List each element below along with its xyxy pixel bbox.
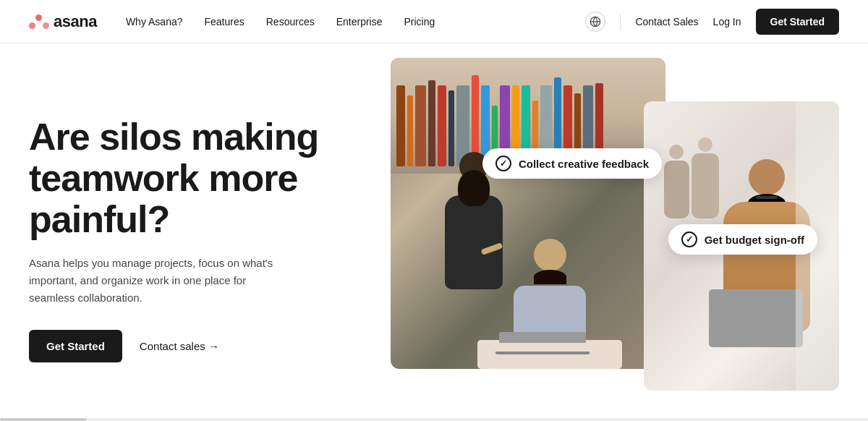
badge-budget-signoff-text: Get budget sign-off [705,234,804,246]
logo-icon [29,14,49,29]
badge-check-icon-1 [495,156,511,171]
main-nav: Why Asana? Features Resources Enterprise… [126,16,586,27]
hero-headline: Are silos making teamwork more painful? [29,116,376,241]
nav-why-asana[interactable]: Why Asana? [126,16,183,27]
hero-right: Collect creative feedback Get budget sig… [376,43,839,421]
nav-enterprise[interactable]: Enterprise [336,16,383,27]
header-divider [620,13,621,30]
hero-image-main [391,58,665,369]
hero-get-started-button[interactable]: Get Started [29,330,122,362]
badge-check-icon-2 [681,231,697,247]
get-started-header-button[interactable]: Get Started [756,9,839,35]
badge-collect-feedback-text: Collect creative feedback [519,158,649,170]
logo-text: asana [54,12,97,31]
logo[interactable]: asana [29,12,97,31]
nav-features[interactable]: Features [205,16,244,27]
hero-left: Are silos making teamwork more painful? … [29,102,376,363]
person-sitting [477,239,622,369]
header: asana Why Asana? Features Resources Ente… [0,0,868,43]
hero-subtext: Asana helps you manage projects, focus o… [29,255,275,307]
nav-pricing[interactable]: Pricing [404,16,435,27]
main-content: Are silos making teamwork more painful? … [0,43,868,421]
hero-contact-sales-link[interactable]: Contact sales → [140,340,219,352]
badge-budget-signoff: Get budget sign-off [668,224,817,255]
contact-sales-link[interactable]: Contact Sales [635,16,698,27]
login-link[interactable]: Log In [713,16,741,27]
badge-collect-feedback: Collect creative feedback [482,148,662,179]
scroll-thumb[interactable] [0,418,87,421]
nav-resources[interactable]: Resources [266,16,315,27]
hero-ctas: Get Started Contact sales → [29,330,376,362]
header-right: Contact Sales Log In Get Started [585,9,839,35]
globe-icon[interactable] [585,12,605,32]
scroll-bar[interactable] [0,418,868,421]
